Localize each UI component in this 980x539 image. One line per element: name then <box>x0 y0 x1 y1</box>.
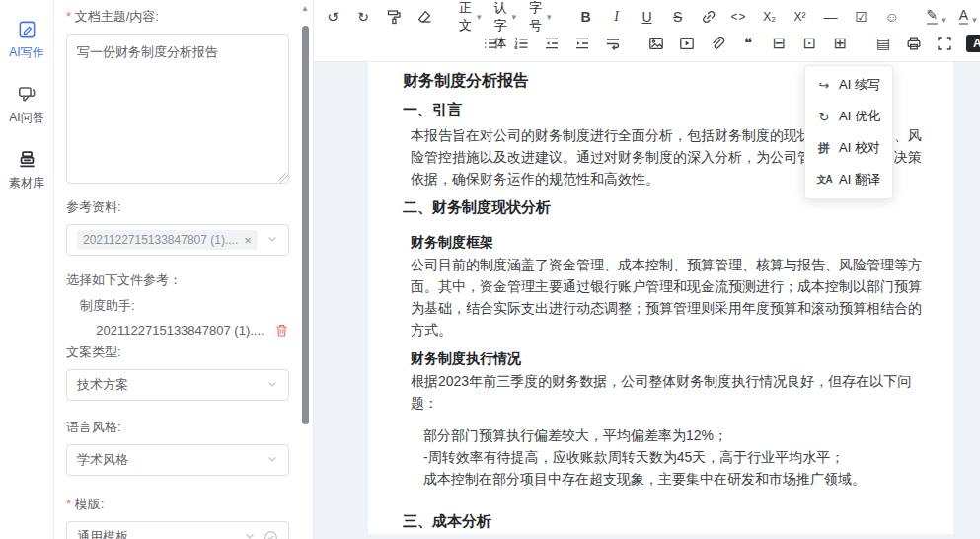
doc-type-label: 文案类型: <box>66 344 289 361</box>
insert-image-icon[interactable] <box>647 34 665 53</box>
bold-icon[interactable]: B <box>577 7 595 27</box>
line-break-icon[interactable] <box>604 34 622 53</box>
clear-format-icon[interactable] <box>415 7 433 27</box>
file-group-label: 制度助手: <box>80 297 289 315</box>
chevron-down-icon <box>244 530 256 539</box>
library-icon <box>18 150 37 172</box>
caret-down-icon: ▾ <box>972 15 977 25</box>
remove-tag-icon[interactable]: × <box>244 234 252 247</box>
document-list-item[interactable]: -周转效率有待提高，应收账款周转天数为45天，高于行业平均水平； <box>423 446 928 468</box>
menu-item-ai-translate[interactable]: 文A AI 翻译 <box>805 164 892 195</box>
ordered-list-icon[interactable] <box>512 34 530 53</box>
sidebar-item-label: AI问答 <box>9 110 43 126</box>
subscript-icon[interactable]: X₂ <box>761 7 779 27</box>
insert-video-icon[interactable] <box>678 34 696 53</box>
app-sidebar: AI写作 AI问答 素材库 <box>0 0 54 539</box>
undo-icon[interactable]: ↺ <box>324 7 341 27</box>
superscript-icon[interactable]: X² <box>792 7 809 27</box>
editor-toolbar: ↺ ↻ 正文 ▾ 默认字体 ▾ 字号 ▾ B I U <box>314 0 980 62</box>
sidebar-item-label: 素材库 <box>9 175 44 192</box>
ai-tools-button[interactable]: AI ▾ <box>966 35 980 52</box>
sidebar-item-material-library[interactable]: 素材库 <box>9 150 44 192</box>
sidebar-item-ai-writing[interactable]: AI写作 <box>9 20 43 61</box>
blockquote-icon[interactable]: ❝ <box>739 34 757 53</box>
paragraph-style-value: 正文 <box>459 0 472 35</box>
paragraph-style-dropdown[interactable]: 正文 ▾ <box>459 0 482 35</box>
menu-item-label: AI 续写 <box>839 76 880 94</box>
sidebar-item-ai-qa[interactable]: AI问答 <box>9 85 43 126</box>
sidebar-item-label: AI写作 <box>9 44 43 61</box>
horizontal-rule-icon[interactable]: — <box>822 7 840 27</box>
chat-icon <box>18 85 37 107</box>
doc-type-select[interactable]: 技术方案 <box>66 369 289 401</box>
chevron-down-icon <box>266 453 278 468</box>
menu-item-label: AI 优化 <box>839 108 880 125</box>
ai-button-label: AI <box>973 37 980 50</box>
divider-block-icon[interactable]: ⊟ <box>770 34 788 53</box>
document-paragraph[interactable]: 公司目前的制度涵盖了资金管理、成本控制、预算管理、核算与报告、风险管理等方面。其… <box>403 254 928 341</box>
reference-tag-text: 2021122715133847807 (1).... <box>83 233 238 247</box>
topic-input[interactable]: 写一份财务制度分析报告 <box>66 34 289 184</box>
chevron-down-icon <box>266 378 278 393</box>
referenced-file-name: 2021122715133847807 (1).... <box>86 323 274 338</box>
editor-area: ↺ ↻ 正文 ▾ 默认字体 ▾ 字号 ▾ B I U <box>314 0 980 539</box>
scroll-up-icon[interactable]: ▲ <box>301 4 309 13</box>
doc-pen-icon <box>18 20 37 41</box>
reference-label: 参考资料: <box>66 198 289 216</box>
format-painter-icon[interactable] <box>385 7 403 27</box>
document-paragraph[interactable]: 根据2023年前三季度的财务数据，公司整体财务制度执行情况良好，但存在以下问题： <box>403 370 928 414</box>
template-value: 通用模板 <box>77 528 128 539</box>
form-scrollbar[interactable]: ▲ <box>299 0 312 539</box>
emoji-icon[interactable]: ☺ <box>883 7 901 27</box>
proofread-icon: 拼 <box>816 140 832 157</box>
font-color-icon: A <box>959 8 968 25</box>
code-block-icon[interactable]: ⊡ <box>800 34 818 53</box>
caret-down-icon: ▾ <box>512 12 517 22</box>
highlight-color-dropdown[interactable]: ✎ ▾ <box>927 8 946 25</box>
highlight-pen-icon: ✎ <box>927 8 939 25</box>
reference-tag: 2021122715133847807 (1).... × <box>77 230 258 250</box>
document-subheading[interactable]: 财务制度框架 <box>403 231 928 253</box>
check-circle-icon <box>264 530 278 539</box>
ai-tools-menu: ↪ AI 续写 ↻ AI 优化 拼 AI 校对 文A AI 翻译 <box>804 65 893 199</box>
document-heading[interactable]: 二、财务制度现状分析 <box>403 196 928 218</box>
indent-icon[interactable] <box>573 34 591 53</box>
delete-file-icon[interactable] <box>274 323 289 338</box>
optimize-icon: ↻ <box>816 110 832 124</box>
task-list-icon[interactable]: ☑ <box>853 7 870 27</box>
menu-item-ai-optimize[interactable]: ↻ AI 优化 <box>805 101 892 132</box>
insert-table-icon[interactable]: ⊞ <box>831 34 849 53</box>
inline-code-icon[interactable]: <> <box>730 7 748 27</box>
italic-icon[interactable]: I <box>608 7 626 27</box>
editor-content-background: 财务制度分析报告 一、引言 本报告旨在对公司的财务制度进行全面分析，包括财务制度… <box>314 62 980 539</box>
menu-item-ai-continue[interactable]: ↪ AI 续写 <box>805 69 892 101</box>
document-list-item[interactable]: 部分部门预算执行偏差较大，平均偏差率为12%； <box>423 424 928 446</box>
document-subheading[interactable]: 财务制度执行情况 <box>403 347 928 369</box>
style-label: 语言风格: <box>66 419 289 436</box>
strikethrough-icon[interactable]: S <box>669 7 687 27</box>
caret-down-icon: ▾ <box>547 12 552 22</box>
reference-select[interactable]: 2021122715133847807 (1).... × <box>66 224 289 256</box>
bullet-list-icon[interactable] <box>482 34 499 53</box>
translate-icon: 文A <box>816 173 832 187</box>
print-icon[interactable] <box>905 34 923 53</box>
scrollbar-thumb[interactable] <box>302 26 309 424</box>
font-color-dropdown[interactable]: A ▾ <box>959 8 977 25</box>
document-heading[interactable]: 三、成本分析 <box>403 510 928 532</box>
fullscreen-icon[interactable] <box>936 34 953 53</box>
link-icon[interactable] <box>700 7 717 27</box>
underline-icon[interactable]: U <box>639 7 656 27</box>
template-label: 模版: <box>66 496 289 513</box>
font-size-dropdown[interactable]: 字号 ▾ <box>529 0 552 35</box>
embed-icon[interactable]: ▤ <box>874 34 892 53</box>
menu-item-label: AI 校对 <box>839 139 880 157</box>
topic-label: 文档主题/内容: <box>66 8 289 26</box>
redo-icon[interactable]: ↻ <box>354 7 372 27</box>
menu-item-ai-proofread[interactable]: 拼 AI 校对 <box>805 132 892 164</box>
attachment-icon[interactable] <box>709 34 726 53</box>
chevron-down-icon <box>266 233 278 248</box>
document-list-item[interactable]: 成本控制在部分项目中存在超支现象，主要集中在研发和市场推广领域。 <box>423 468 928 490</box>
outdent-icon[interactable] <box>543 34 561 53</box>
template-select[interactable]: 通用模板 <box>66 521 289 539</box>
style-select[interactable]: 学术风格 <box>66 444 289 476</box>
